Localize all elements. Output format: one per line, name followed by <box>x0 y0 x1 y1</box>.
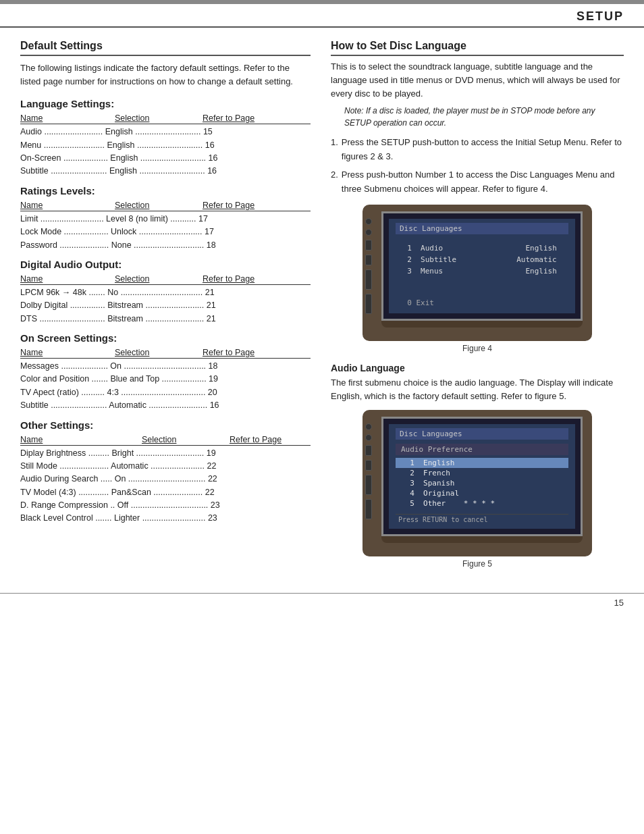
tv5-button-1 <box>365 423 372 430</box>
lang-col-selection: Selection <box>115 113 203 123</box>
table-row: Password ..................... None ....… <box>20 239 311 252</box>
table-row: Menu .......................... English … <box>20 139 311 152</box>
other-table-header: Name Selection Refer to Page <box>20 435 311 446</box>
right-intro: This is to select the soundtrack languag… <box>331 60 624 101</box>
figure5-screen-title: Disc Languages <box>396 428 568 440</box>
note-text: Note: If a disc is loaded, the player mu… <box>331 105 624 129</box>
lang-col-refer: Refer to Page <box>203 113 284 123</box>
default-settings-title: Default Settings <box>20 40 311 56</box>
table-row: Limit ........................... Level … <box>20 213 311 226</box>
digital-audio-group: Digital Audio Output: Name Selection Ref… <box>20 259 311 325</box>
figure5-item-3: 3 Spanish <box>396 478 568 488</box>
step-1-num: 1. <box>331 136 338 164</box>
digital-title: Digital Audio Output: <box>20 259 311 270</box>
tv-side-controls <box>365 218 372 314</box>
tv5-bottom <box>381 536 583 543</box>
figure4-row2-value: Automatic <box>516 255 566 264</box>
audio-language-desc: The first submenu choice is the audio la… <box>331 376 624 403</box>
figure4-screen-title: Disc Languages <box>396 223 568 234</box>
step-1: 1. Press the SETUP push-button to access… <box>331 136 624 164</box>
figure5-label: Figure 5 <box>462 559 492 569</box>
content-area: Default Settings The following listings … <box>0 28 644 586</box>
tv-slot-1 <box>365 240 372 251</box>
ratings-title: Ratings Levels: <box>20 185 311 197</box>
table-row: LPCM 96k → 48k ....... No ..............… <box>20 286 311 299</box>
other-col-refer: Refer to Page <box>230 435 311 444</box>
how-to-title: How to Set Disc Language <box>331 40 624 56</box>
figure5-screen: Disc Languages Audio Preference 1 Englis… <box>381 417 583 536</box>
setup-title: SETUP <box>576 9 624 24</box>
figure4-exit: 0 Exit <box>396 297 568 309</box>
language-settings-group: Language Settings: Name Selection Refer … <box>20 98 311 178</box>
onscreen-col-name: Name <box>20 348 115 357</box>
tv-button-2 <box>365 229 372 236</box>
figure4-screen-content: Disc Languages 1 Audio English 2 Subtitl… <box>389 219 575 313</box>
figure5-item-5: 5 Other * * * * <box>396 498 568 509</box>
onscreen-settings-group: On Screen Settings: Name Selection Refer… <box>20 332 311 413</box>
figure4-row3-value: English <box>525 267 566 276</box>
figure4-label: Figure 4 <box>462 344 492 353</box>
tv5-slot-3 <box>365 475 372 495</box>
table-row: D. Range Compression .. Off ............… <box>20 499 311 512</box>
ratings-col-selection: Selection <box>115 201 203 210</box>
table-row: Audio During Search ..... On ...........… <box>20 473 311 486</box>
right-column: How to Set Disc Language This is to sele… <box>331 40 624 573</box>
table-row: Lock Mode ................... Unlock ...… <box>20 226 311 238</box>
setup-title-bar: SETUP <box>0 4 644 28</box>
figure4-tv: Disc Languages 1 Audio English 2 Subtitl… <box>363 205 592 341</box>
step-2: 2. Press push-button Number 1 to access … <box>331 168 624 197</box>
ratings-col-refer: Refer to Page <box>203 201 284 210</box>
figure4-row2-label: 2 Subtitle <box>398 255 456 264</box>
step-1-text: Press the SETUP push-button to access th… <box>342 136 624 164</box>
step-2-text: Press push-button Number 1 to access the… <box>342 168 624 197</box>
other-settings-group: Other Settings: Name Selection Refer to … <box>20 419 311 525</box>
onscreen-table-header: Name Selection Refer to Page <box>20 348 311 359</box>
table-row: TV Model (4:3) ............. Pan&Scan ..… <box>20 486 311 499</box>
language-table-header: Name Selection Refer to Page <box>20 113 311 124</box>
figure4-row1-label: 1 Audio <box>398 244 443 253</box>
page-number: 15 <box>614 598 624 608</box>
lang-col-name: Name <box>20 113 115 123</box>
digital-col-name: Name <box>20 274 115 284</box>
table-row: Still Mode ..................... Automat… <box>20 460 311 473</box>
other-col-selection: Selection <box>142 435 230 444</box>
table-row: Color and Position ....... Blue and Top … <box>20 373 311 386</box>
page: SETUP Default Settings The following lis… <box>0 0 644 834</box>
table-row: Messages .................... On .......… <box>20 360 311 373</box>
figure4-row1-value: English <box>525 244 566 253</box>
digital-col-refer: Refer to Page <box>203 274 284 284</box>
figure5-screen-content: Disc Languages Audio Preference 1 Englis… <box>389 424 575 529</box>
tv-slot-2 <box>365 255 372 265</box>
tv5-slot-2 <box>365 460 372 471</box>
tv-slot-4 <box>365 294 372 314</box>
figure4-row-1: 1 Audio English <box>396 242 568 254</box>
ratings-levels-group: Ratings Levels: Name Selection Refer to … <box>20 185 311 252</box>
table-row: Audio ......................... English … <box>20 126 311 138</box>
table-row: Subtitle ........................ Englis… <box>20 165 311 178</box>
figure5-item-1: 1 English <box>396 458 568 468</box>
digital-col-selection: Selection <box>115 274 203 284</box>
tv-bottom <box>381 321 583 328</box>
other-title: Other Settings: <box>20 419 311 431</box>
tv-slot-3 <box>365 269 372 290</box>
ratings-table-header: Name Selection Refer to Page <box>20 201 311 211</box>
footer-bar: 15 <box>0 593 644 612</box>
figure4-row-3: 3 Menus English <box>396 265 568 277</box>
language-settings-title: Language Settings: <box>20 98 311 109</box>
tv5-slot-4 <box>365 499 372 519</box>
table-row: On-Screen ................... English ..… <box>20 152 311 165</box>
figure5-item-2: 2 French <box>396 468 568 478</box>
figure4-row-2: 2 Subtitle Automatic <box>396 254 568 265</box>
figure4-screen: Disc Languages 1 Audio English 2 Subtitl… <box>381 211 583 321</box>
table-row: DTS ............................ Bitstre… <box>20 313 311 325</box>
figure4-container: Disc Languages 1 Audio English 2 Subtitl… <box>331 205 624 353</box>
figure5-item-4: 4 Original <box>396 488 568 498</box>
table-row: TV Apect (ratio) .......... 4:3 ........… <box>20 386 311 399</box>
table-row: Diplay Brightness ......... Bright .....… <box>20 447 311 460</box>
intro-text: The following listings indicate the fact… <box>20 61 311 88</box>
ratings-col-name: Name <box>20 201 115 210</box>
onscreen-col-selection: Selection <box>115 348 203 357</box>
figure5-submenu-title: Audio Preference <box>396 444 568 455</box>
tv5-button-2 <box>365 434 372 441</box>
figure5-tv: Disc Languages Audio Preference 1 Englis… <box>363 410 592 556</box>
